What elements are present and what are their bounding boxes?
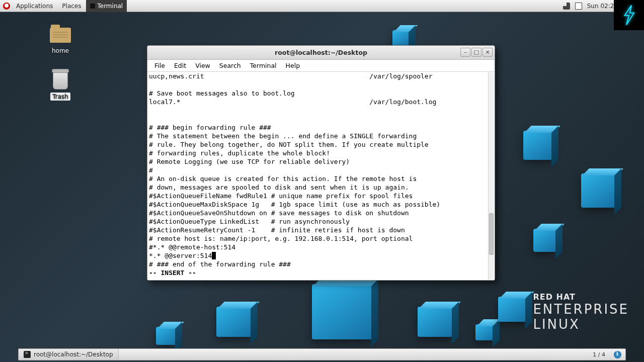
terminal-line: #$ActionQueueType LinkedList # run async… [149,217,493,226]
terminal-line: # Remote Logging (we use TCP for reliabl… [149,157,493,166]
terminal-line: #$ActionQueueFileName fwdRule1 # unique … [149,192,493,200]
terminal-line: # An on-disk queue is created for this a… [149,174,493,183]
wallpaper-cube [533,229,556,252]
wallpaper-cube [523,131,552,160]
desktop-icon-label: home [52,47,69,54]
terminal-line: #$ActionQueueMaxDiskSpace 1g # 1gb space… [149,200,493,209]
brand-line3: LINUX [533,317,629,332]
terminal-line: #$ActionResumeRetryCount -1 # infinite r… [149,226,493,234]
window-maximize-button[interactable]: □ [471,48,481,57]
menu-applications[interactable]: Applications [12,0,57,12]
terminal-line: # remote host is: name/ip:port, e.g. 192… [149,234,493,243]
terminal-menubar: File Edit View Search Terminal Help [147,60,495,72]
terminal-line [149,80,493,89]
wallpaper-brand: RED HAT ENTERPRISE LINUX [533,292,629,332]
taskbar-button-label: root@localhost:~/Desktop [34,351,113,358]
wallpaper-cube [418,307,453,337]
bolt-icon [620,4,637,26]
menu-help[interactable]: Help [282,61,304,70]
menu-edit[interactable]: Edit [170,61,190,70]
top-panel: Applications Places Terminal Sun 02:26 r… [0,0,644,12]
brand-line1: RED HAT [533,292,629,302]
distro-icon [3,3,10,10]
vim-mode-line: -- INSERT -- [149,268,493,277]
volume-icon[interactable] [563,3,570,10]
workspace-pager[interactable]: 1 / 4 [589,350,609,359]
terminal-line: # The statement between the begin ... en… [149,132,493,140]
terminal-scrollbar[interactable] [488,72,494,280]
wallpaper-cube [498,297,526,322]
terminal-icon [90,4,95,9]
panel-clock[interactable]: Sun 02:26 [587,3,618,10]
window-minimize-button[interactable]: – [460,48,470,57]
info-tray-icon[interactable] [614,351,621,358]
window-titlebar[interactable]: root@localhost:~/Desktop – □ × [147,46,495,60]
desktop-icon-label: Trash [50,93,70,101]
terminal-line: # ### end of the forwarding rule ### [149,260,493,268]
window-close-button[interactable]: × [482,48,493,57]
terminal-line: # forwarding rules, duplicate the whole … [149,149,493,157]
terminal-icon [24,351,31,358]
wallpaper-cube [216,307,252,337]
terminal-line: # rule. They belong together, do NOT spl… [149,140,493,149]
wallpaper-cube [581,173,615,208]
menu-view[interactable]: View [191,61,214,70]
taskbar-button-terminal[interactable]: root@localhost:~/Desktop [19,349,119,360]
wallpaper-cube [156,327,176,345]
terminal-line [149,106,493,115]
terminal-line: uucp,news.crit /var/log/spooler [149,72,493,80]
wallpaper-cube [475,324,494,340]
wallpaper-cube [312,284,372,339]
terminal-line: # [149,166,493,174]
menu-terminal[interactable]: Terminal [246,61,281,70]
terminal-line: # ### begin forwarding rule ### [149,123,493,132]
terminal-content[interactable]: uucp,news.crit /var/log/spooler # Save b… [147,72,495,280]
terminal-line: # down, messages are spooled to disk and… [149,183,493,192]
running-app-indicator[interactable]: Terminal [86,0,127,12]
wallpaper-cube [392,30,410,47]
terminal-line: # Save boot messages also to boot.log [149,89,493,98]
menu-search[interactable]: Search [215,61,245,70]
network-icon[interactable] [575,3,582,10]
bottom-taskbar: root@localhost:~/Desktop 1 / 4 [18,348,626,360]
text-cursor [212,252,216,259]
folder-icon [50,28,71,43]
window-title: root@localhost:~/Desktop [147,49,495,56]
menu-places[interactable]: Places [58,0,85,12]
terminal-line: local7.* /var/log/boot.log [149,98,493,106]
terminal-line [149,115,493,123]
running-app-label: Terminal [97,3,123,10]
desktop-icon-trash[interactable]: Trash [40,70,80,101]
scrollbar-thumb[interactable] [489,213,494,254]
menu-file[interactable]: File [150,61,169,70]
terminal-line: #*.* @@remote-host:514 [149,243,493,251]
terminal-active-line: *.* @@server:514 [149,251,493,260]
desktop-icon-home[interactable]: home [40,25,80,54]
overlay-badge [614,0,644,30]
terminal-window[interactable]: root@localhost:~/Desktop – □ × File Edit… [147,45,495,281]
terminal-line: #$ActionQueueSaveOnShutdown on # save me… [149,209,493,217]
trash-icon [53,71,68,89]
brand-line2: ENTERPRISE [533,302,629,317]
